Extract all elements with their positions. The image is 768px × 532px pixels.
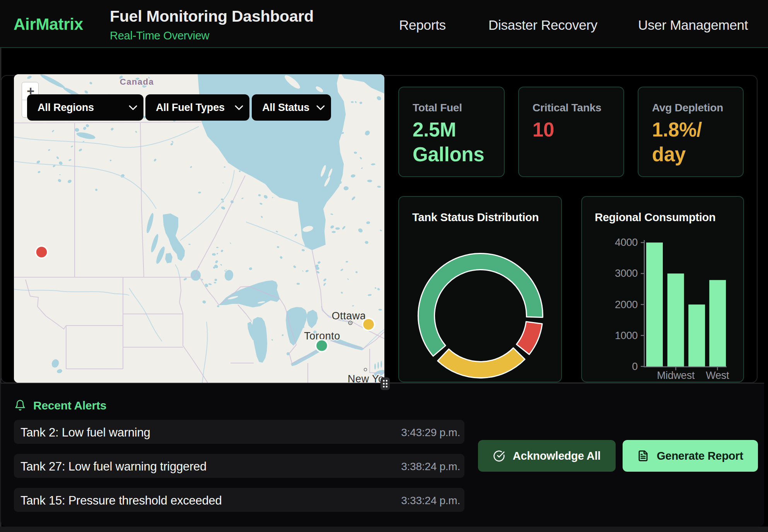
- svg-text:Ottawa: Ottawa: [332, 310, 366, 322]
- svg-text:4000: 4000: [615, 237, 638, 248]
- svg-text:West: West: [706, 370, 729, 381]
- svg-text:2000: 2000: [615, 299, 638, 310]
- svg-text:0: 0: [632, 361, 638, 372]
- svg-text:Canada: Canada: [120, 77, 154, 87]
- svg-text:3000: 3000: [615, 268, 638, 279]
- svg-text:1000: 1000: [615, 330, 638, 341]
- svg-text:Midwest: Midwest: [657, 370, 695, 381]
- svg-text:New York: New York: [348, 373, 384, 383]
